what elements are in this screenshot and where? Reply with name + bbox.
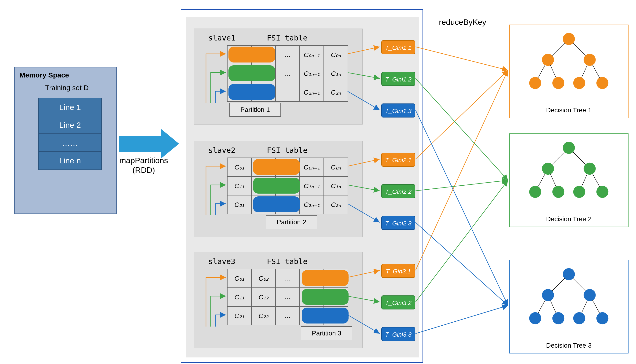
svg-point-33: [542, 289, 554, 301]
cell: C₂₂: [252, 306, 276, 325]
rdd-text: (RDD): [132, 166, 155, 174]
svg-marker-40: [161, 129, 179, 159]
svg-point-7: [542, 54, 554, 66]
svg-line-57: [416, 222, 508, 306]
svg-point-25: [596, 186, 608, 198]
tree-svg: [510, 260, 628, 353]
mappartitions-arrow-icon: [119, 129, 179, 159]
cell: …: [276, 158, 300, 176]
slave3-block: slave3 FSI table C₀₁ C₀₂ … C₀ₙ₋₁ C₀ₙ C₁₁…: [194, 252, 362, 348]
cell: C₀ₙ₋₁: [300, 46, 324, 64]
cell: C₂ₙ₋₁: [300, 83, 324, 102]
cell: C₀₁: [227, 269, 252, 288]
cell: C₀ₙ: [324, 158, 348, 176]
svg-point-24: [573, 186, 585, 198]
svg-point-37: [573, 312, 585, 324]
cell: C₂ₙ: [324, 306, 348, 325]
gini-box: T_Gini2.3: [381, 216, 415, 230]
svg-point-19: [563, 142, 575, 154]
cell: …: [276, 176, 300, 195]
gini-box: T_Gini2.1: [381, 152, 415, 167]
slave1-block: slave1 FSI table C₀₁ C₀₂ … C₀ₙ₋₁ C₀ₙ C₁₁…: [194, 28, 362, 124]
gini-box: T_Gini1.3: [381, 104, 415, 118]
svg-point-34: [584, 289, 596, 301]
gini-box: T_Gini3.3: [381, 327, 415, 341]
cell: C₀ₙ₋₁: [300, 269, 324, 288]
svg-point-38: [596, 312, 608, 324]
svg-line-58: [416, 306, 508, 334]
slave3-fsi-table: C₀₁ C₀₂ … C₀ₙ₋₁ C₀ₙ C₁₁ C₁₂ … C₁ₙ₋₁ C₁ₙ …: [227, 269, 348, 326]
cell: C₂₁: [227, 306, 252, 325]
cell: C₁ₙ: [324, 288, 348, 306]
svg-line-50: [416, 47, 508, 70]
cell: C₀₂: [252, 269, 276, 288]
fsi-table-label: FSI table: [267, 146, 307, 155]
training-set-label: Training set D: [45, 84, 89, 92]
cell: C₀₁: [227, 158, 252, 176]
svg-point-8: [584, 54, 596, 66]
gini-box: T_Gini3.2: [381, 296, 415, 310]
svg-line-53: [416, 78, 508, 180]
cell: …: [276, 306, 300, 325]
cell: C₁ₙ: [324, 64, 348, 83]
cell: C₀ₙ: [324, 269, 348, 288]
svg-line-55: [416, 180, 508, 302]
cell: …: [276, 64, 300, 83]
cell: C₁₁: [227, 176, 252, 195]
slave2-block: slave2 FSI table C₀₁ C₀₂ … C₀ₙ₋₁ C₀ₙ C₁₁…: [194, 141, 362, 237]
memory-line: Line 2: [38, 116, 101, 134]
cell: C₂₁: [227, 195, 252, 214]
decision-tree-1: Decision Tree 1: [509, 24, 628, 118]
partition3-label: Partition 3: [301, 326, 352, 340]
tree2-caption: Decision Tree 2: [510, 215, 628, 223]
slave1-fsi-table: C₀₁ C₀₂ … C₀ₙ₋₁ C₀ₙ C₁₁ C₁₂ … C₁ₙ₋₁ C₁ₙ …: [227, 45, 348, 102]
decision-tree-2: Decision Tree 2: [509, 134, 628, 227]
svg-line-56: [416, 110, 508, 306]
svg-point-36: [552, 312, 564, 324]
partition1-label: Partition 1: [230, 103, 281, 117]
svg-point-9: [529, 77, 541, 89]
cell: C₂₂: [252, 195, 276, 214]
cell: …: [276, 195, 300, 214]
cell: C₁ₙ: [324, 176, 348, 195]
cell: …: [276, 269, 300, 288]
svg-point-35: [529, 312, 541, 324]
gini-box: T_Gini1.2: [381, 72, 415, 86]
cell: C₁₂: [252, 64, 276, 83]
cell: C₂ₙ: [324, 83, 348, 102]
memory-space-title: Memory Space: [20, 71, 69, 79]
tree-svg: [510, 134, 628, 226]
fsi-table-label: FSI table: [267, 257, 307, 266]
memory-line: Line 1: [38, 98, 101, 116]
memory-line: ……: [38, 134, 101, 152]
fsi-table-label: FSI table: [267, 34, 307, 42]
mappartitions-text: mapPartitions: [120, 156, 168, 165]
memory-space-panel: Memory Space Training set D Line 1 Line …: [14, 67, 117, 214]
svg-point-32: [563, 268, 575, 280]
slave2-label: slave2: [208, 146, 236, 155]
tree-svg: [510, 25, 628, 118]
svg-line-54: [416, 180, 508, 191]
svg-point-20: [542, 163, 554, 175]
cell: C₀ₙ: [324, 46, 348, 64]
slave3-label: slave3: [208, 257, 236, 266]
tree3-caption: Decision Tree 3: [510, 342, 628, 349]
cell: C₀ₙ₋₁: [300, 158, 324, 176]
svg-point-23: [552, 186, 564, 198]
cell: C₀₂: [252, 158, 276, 176]
cell: C₁₂: [252, 288, 276, 306]
svg-point-10: [552, 77, 564, 89]
svg-line-51: [416, 70, 508, 159]
reducebykey-label: reduceByKey: [439, 18, 486, 27]
gini-box: T_Gini1.1: [381, 40, 415, 54]
gini-box: T_Gin3.1: [381, 264, 415, 278]
svg-rect-39: [119, 136, 161, 152]
cell: …: [276, 83, 300, 102]
svg-line-52: [416, 70, 508, 270]
gini-box: T_Gini2.2: [381, 184, 415, 198]
mappartitions-label: mapPartitions (RDD): [120, 156, 168, 175]
tree1-caption: Decision Tree 1: [510, 106, 628, 114]
cell: C₀₁: [227, 46, 252, 64]
slave2-fsi-table: C₀₁ C₀₂ … C₀ₙ₋₁ C₀ₙ C₁₁ C₁₂ … C₁ₙ₋₁ C₁ₙ …: [227, 158, 348, 214]
cell: C₁ₙ₋₁: [300, 288, 324, 306]
